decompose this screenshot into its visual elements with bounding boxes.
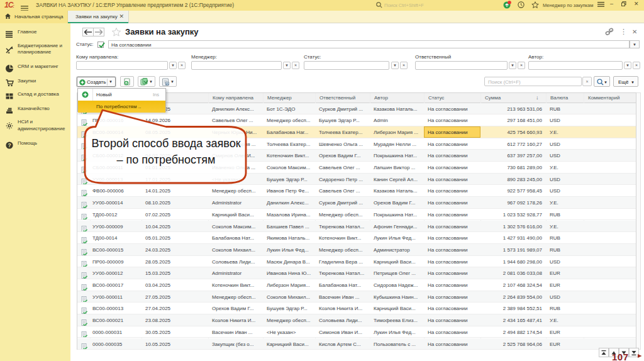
- svg-text:?: ?: [8, 142, 11, 148]
